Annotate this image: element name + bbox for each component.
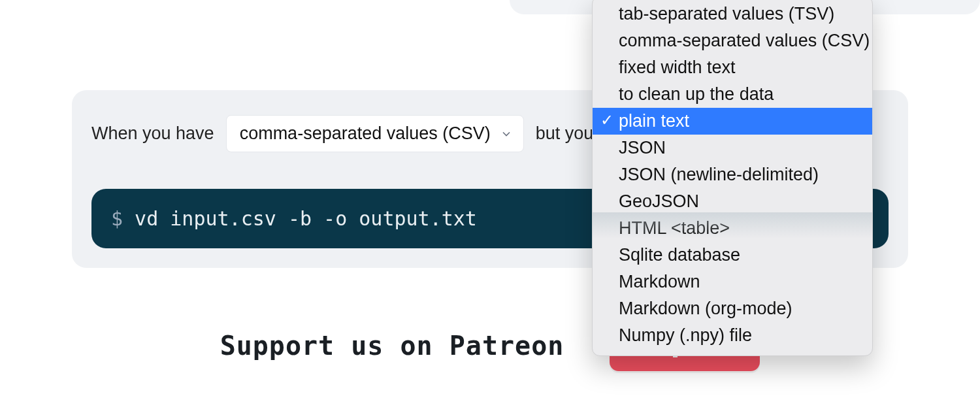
target-option[interactable]: Numpy (.npy) file (593, 322, 872, 349)
target-option[interactable]: to clean up the data (593, 81, 872, 108)
target-option[interactable]: fixed width text (593, 54, 872, 81)
source-format-dropdown[interactable]: comma-separated values (CSV) (226, 115, 524, 152)
shell-prompt: $ (111, 207, 123, 230)
target-option[interactable]: JSON (newline-delimited) (593, 161, 872, 188)
target-option[interactable]: Markdown (593, 269, 872, 295)
patreon-heading: Support us on Patreon (220, 331, 564, 361)
command-text[interactable]: vd input.csv -b -o output.txt (123, 207, 477, 230)
chevron-down-icon (500, 127, 513, 140)
target-option[interactable]: Sqlite database (593, 242, 872, 269)
target-option[interactable]: JSON (593, 135, 872, 161)
target-format-popup[interactable]: tab-separated values (TSV)comma-separate… (592, 0, 873, 356)
target-option[interactable]: GeoJSON (593, 188, 872, 215)
target-option[interactable]: plain text (593, 108, 872, 135)
source-format-value: comma-separated values (CSV) (240, 123, 491, 144)
sentence-prefix: When you have (91, 123, 214, 144)
target-option[interactable]: tab-separated values (TSV) (593, 1, 872, 27)
target-option[interactable]: HTML <table> (593, 215, 872, 242)
target-option[interactable]: comma-separated values (CSV) (593, 27, 872, 54)
target-option[interactable]: Markdown (org-mode) (593, 295, 872, 322)
